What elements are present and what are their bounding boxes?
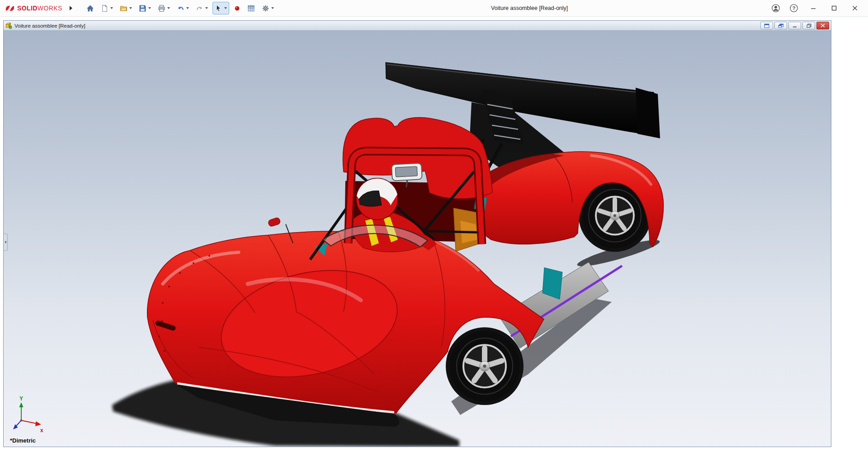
- dock-window-icon: [778, 24, 783, 28]
- application-title-bar: SOLIDWORKS: [0, 0, 868, 17]
- triad-y-label: Y: [19, 396, 23, 402]
- doc-minimize-icon: [793, 24, 797, 28]
- dropdown-arrow-icon[interactable]: [110, 7, 113, 9]
- new-document-icon: [101, 5, 108, 12]
- svg-text:?: ?: [793, 5, 796, 11]
- graphics-viewport[interactable]: Y x *Dimetric: [4, 31, 831, 447]
- user-account-button[interactable]: [771, 4, 780, 13]
- save-icon: [139, 5, 146, 12]
- triad-x-label: x: [40, 427, 43, 434]
- open-document-icon: [120, 5, 127, 12]
- dropdown-arrow-icon[interactable]: [205, 7, 208, 9]
- titlebar-right-cluster: ?: [771, 3, 868, 14]
- options-button[interactable]: [259, 2, 276, 14]
- expand-toolbar-arrow[interactable]: [70, 6, 72, 10]
- solidworks-logo: SOLIDWORKS: [5, 5, 62, 12]
- doc-restore-icon: [807, 24, 811, 28]
- maximize-button[interactable]: [828, 3, 840, 14]
- select-tool-button[interactable]: [212, 2, 229, 14]
- dock-window-button[interactable]: [774, 22, 787, 29]
- brand-solid: SOLID: [17, 5, 38, 12]
- left-mirror-pod: [268, 217, 281, 227]
- float-window-button[interactable]: [760, 22, 773, 29]
- document-title: Voiture assomblee [Read-only]: [14, 23, 85, 29]
- select-cursor-icon: [215, 5, 222, 12]
- document-title-bar[interactable]: Voiture assomblee [Read-only]: [4, 21, 831, 31]
- brand-works: WORKS: [38, 5, 62, 12]
- open-document-button[interactable]: [118, 2, 134, 14]
- dropdown-arrow-icon[interactable]: [167, 7, 170, 9]
- feature-tree-collapse-tab[interactable]: [4, 234, 8, 251]
- print-icon: [158, 5, 165, 12]
- model-scene: Y x: [4, 31, 831, 447]
- design-table-button[interactable]: [245, 2, 257, 14]
- dropdown-arrow-icon[interactable]: [129, 7, 132, 9]
- minimize-icon: [811, 5, 816, 11]
- save-button[interactable]: [137, 2, 153, 14]
- undo-button[interactable]: [175, 2, 191, 14]
- design-table-icon: [247, 5, 255, 12]
- home-icon: [86, 5, 94, 12]
- close-icon: [852, 5, 858, 11]
- dropdown-arrow-icon[interactable]: [148, 7, 151, 9]
- print-button[interactable]: [156, 2, 172, 14]
- doc-close-button[interactable]: [816, 22, 829, 29]
- dropdown-arrow-icon[interactable]: [271, 7, 274, 9]
- assembly-document-icon: [5, 22, 12, 29]
- view-orientation-label: *Dimetric: [10, 437, 36, 444]
- maximize-icon: [831, 5, 837, 11]
- dassault-systemes-3ds-logo: [5, 5, 15, 12]
- macro-record-button[interactable]: [231, 2, 243, 14]
- help-button[interactable]: ?: [789, 4, 798, 13]
- float-window-icon: [764, 24, 769, 28]
- dropdown-arrow-icon[interactable]: [224, 7, 227, 9]
- app-window-title: Voiture assomblee [Read-only]: [491, 5, 568, 11]
- doc-close-icon: [821, 24, 825, 28]
- dropdown-arrow-icon[interactable]: [186, 7, 189, 9]
- undo-icon: [177, 5, 184, 12]
- home-button[interactable]: [84, 2, 96, 14]
- minimize-button[interactable]: [807, 3, 819, 14]
- user-account-icon: [771, 4, 780, 13]
- coordinate-triad: Y x: [13, 396, 43, 434]
- redo-button[interactable]: [193, 2, 210, 14]
- macro-record-icon: [234, 5, 241, 12]
- doc-minimize-button[interactable]: [788, 22, 801, 29]
- close-button[interactable]: [849, 3, 861, 14]
- quick-access-toolbar: [84, 2, 276, 14]
- redo-icon: [196, 5, 203, 12]
- document-window-controls: [760, 22, 829, 29]
- new-document-button[interactable]: [99, 2, 115, 14]
- collapse-arrow-icon: [5, 241, 6, 243]
- doc-restore-button[interactable]: [802, 22, 815, 29]
- options-gear-icon: [262, 5, 269, 12]
- help-icon: ?: [789, 4, 798, 13]
- document-window: Voiture assomblee [Read-only]: [3, 20, 831, 447]
- front-wheel[interactable]: [446, 327, 524, 405]
